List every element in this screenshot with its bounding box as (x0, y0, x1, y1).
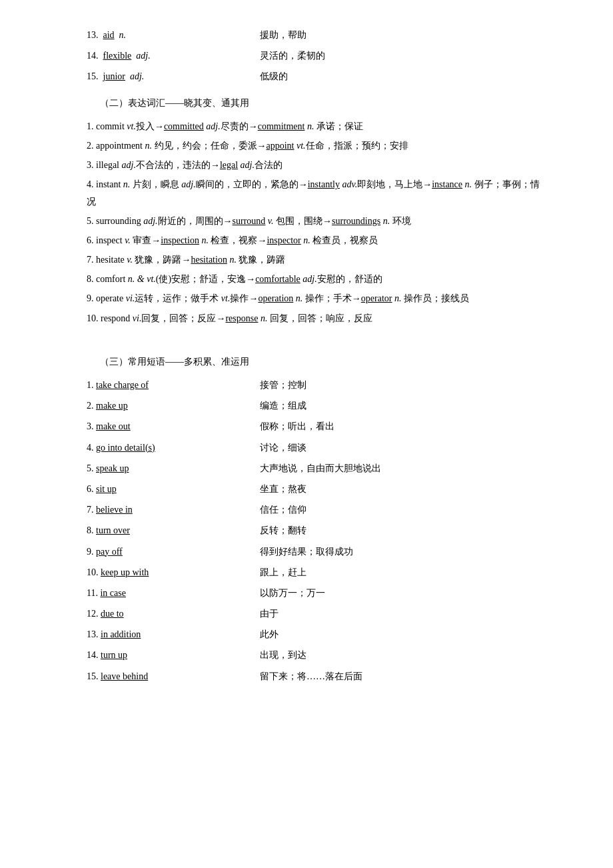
phrase-left-2: 2. make up (87, 397, 260, 414)
s2-num-1: 1. (87, 121, 96, 131)
phrase-item-8: 8. turn over 反转；翻转 (87, 522, 546, 539)
phrase-item-6: 6. sit up 坐直；熬夜 (87, 481, 546, 497)
phrase-meaning-8: 反转；翻转 (260, 522, 546, 539)
section3-header: （三）常用短语——多积累、准运用 (87, 353, 546, 370)
phrase-num-11: 11. (87, 588, 100, 598)
s2-item-4: 4. instant n. 片刻，瞬息 adj.瞬间的，立即的，紧急的→inst… (87, 176, 546, 209)
vocab-item-15: 15. junior adj. 低级的 (87, 68, 546, 85)
phrase-item-12: 12. due to 由于 (87, 605, 546, 622)
phrase-item-13: 13. in addition 此外 (87, 626, 546, 643)
phrase-left-5: 5. speak up (87, 460, 260, 477)
s2-item-2: 2. appointment n. 约见，约会；任命，委派→appoint vt… (87, 137, 546, 154)
s2-num-8: 8. (87, 274, 96, 284)
vocab-section-1: 13. aid n. 援助，帮助 14. flexible adj. 灵活的，柔… (87, 27, 546, 85)
phrase-left-14: 14. turn up (87, 647, 260, 663)
s2-num-2: 2. (87, 141, 96, 151)
phrase-left-10: 10. keep up with (87, 564, 260, 581)
s2-num-4: 4. (87, 179, 96, 189)
phrase-item-3: 3. make out 假称；听出，看出 (87, 418, 546, 435)
phrase-left-15: 15. leave behind (87, 668, 260, 685)
section2-items: 1. commit vt.投入→committed adj.尽责的→commit… (87, 118, 546, 327)
vocab-item-14: 14. flexible adj. 灵活的，柔韧的 (87, 47, 546, 64)
s2-num-9: 9. (87, 293, 96, 303)
phrase-word-11: in case (100, 588, 125, 598)
vocab-word-14: flexible (103, 51, 132, 61)
vocab-left-15: 15. junior adj. (87, 68, 260, 85)
s2-item-5: 5. surrounding adj.附近的，周围的→surround v. 包… (87, 213, 546, 229)
phrase-meaning-14: 出现，到达 (260, 647, 546, 663)
phrase-num-4: 4. (87, 443, 96, 453)
phrase-num-6: 6. (87, 484, 96, 494)
phrase-num-9: 9. (87, 547, 96, 557)
phrase-meaning-12: 由于 (260, 605, 546, 622)
phrase-num-15: 15. (87, 671, 101, 681)
phrase-num-5: 5. (87, 463, 96, 473)
phrase-meaning-1: 接管；控制 (260, 377, 546, 393)
s2-item-10: 10. respond vi.回复，回答；反应→response n. 回复，回… (87, 310, 546, 327)
phrase-word-13: in addition (101, 629, 141, 639)
vocab-num-15: 15. (87, 71, 99, 81)
phrase-meaning-2: 编造；组成 (260, 397, 546, 414)
section3-items: 1. take charge of 接管；控制 2. make up 编造；组成… (87, 377, 546, 685)
phrase-meaning-13: 此外 (260, 626, 546, 643)
phrase-left-8: 8. turn over (87, 522, 260, 539)
phrase-item-10: 10. keep up with 跟上，赶上 (87, 564, 546, 581)
phrase-left-1: 1. take charge of (87, 377, 260, 393)
phrase-meaning-15: 留下来；将……落在后面 (260, 668, 546, 685)
phrase-item-5: 5. speak up 大声地说，自由而大胆地说出 (87, 460, 546, 477)
phrase-item-11: 11. in case 以防万一；万一 (87, 585, 546, 601)
phrase-left-4: 4. go into detail(s) (87, 439, 260, 456)
vocab-left-13: 13. aid n. (87, 27, 260, 43)
phrase-num-10: 10. (87, 567, 101, 577)
phrase-num-14: 14. (87, 650, 101, 660)
phrase-word-4: go into detail(s) (96, 443, 155, 453)
phrase-meaning-11: 以防万一；万一 (260, 585, 546, 601)
s2-item-6: 6. inspect v. 审查→inspection n. 检查，视察→ins… (87, 232, 546, 249)
phrase-item-4: 4. go into detail(s) 讨论，细谈 (87, 439, 546, 456)
phrase-word-15: leave behind (101, 671, 148, 681)
phrase-meaning-10: 跟上，赶上 (260, 564, 546, 581)
phrase-word-12: due to (101, 609, 124, 619)
phrase-word-1: take charge of (96, 380, 149, 390)
phrase-left-11: 11. in case (87, 585, 260, 601)
phrase-num-12: 12. (87, 609, 101, 619)
phrase-meaning-4: 讨论，细谈 (260, 439, 546, 456)
phrase-left-7: 7. believe in (87, 501, 260, 518)
phrase-word-7: believe in (96, 505, 133, 515)
phrase-num-8: 8. (87, 525, 96, 535)
s2-num-7: 7. (87, 255, 96, 265)
phrase-num-1: 1. (87, 380, 96, 390)
s2-item-3: 3. illegal adj.不合法的，违法的→legal adj.合法的 (87, 157, 546, 173)
phrase-word-9: pay off (96, 547, 123, 557)
s2-item-8: 8. comfort n. & vt.(使)安慰；舒适，安逸→comfortab… (87, 271, 546, 287)
section2-header: （二）表达词汇——晓其变、通其用 (87, 95, 546, 111)
vocab-pos-13: n. (119, 30, 127, 40)
s2-num-6: 6. (87, 235, 96, 245)
s2-item-9: 9. operate vi.运转，运作；做手术 vt.操作→operation … (87, 290, 546, 307)
phrase-item-1: 1. take charge of 接管；控制 (87, 377, 546, 393)
s2-item-7: 7. hesitate v. 犹豫，踌躇→hesitation n. 犹豫，踌躇 (87, 251, 546, 268)
phrase-num-13: 13. (87, 629, 101, 639)
phrase-word-5: speak up (96, 463, 129, 473)
vocab-pos-15: adj. (130, 71, 144, 81)
phrase-item-15: 15. leave behind 留下来；将……落在后面 (87, 668, 546, 685)
phrase-meaning-7: 信任；信仰 (260, 501, 546, 518)
s2-num-10: 10. (87, 313, 101, 323)
s2-item-1: 1. commit vt.投入→committed adj.尽责的→commit… (87, 118, 546, 135)
phrase-left-12: 12. due to (87, 605, 260, 622)
vocab-word-15: junior (103, 71, 125, 81)
phrase-left-13: 13. in addition (87, 626, 260, 643)
phrase-left-9: 9. pay off (87, 543, 260, 560)
phrase-word-8: turn over (96, 525, 130, 535)
phrase-meaning-3: 假称；听出，看出 (260, 418, 546, 435)
vocab-num-14: 14. (87, 51, 99, 61)
vocab-meaning-15: 低级的 (260, 68, 546, 85)
s2-num-3: 3. (87, 160, 96, 170)
vocab-num-13: 13. (87, 30, 99, 40)
phrase-meaning-6: 坐直；熬夜 (260, 481, 546, 497)
phrase-num-3: 3. (87, 421, 96, 431)
vocab-word-13: aid (103, 30, 115, 40)
phrase-meaning-9: 得到好结果；取得成功 (260, 543, 546, 560)
vocab-item-13: 13. aid n. 援助，帮助 (87, 27, 546, 43)
vocab-left-14: 14. flexible adj. (87, 47, 260, 64)
